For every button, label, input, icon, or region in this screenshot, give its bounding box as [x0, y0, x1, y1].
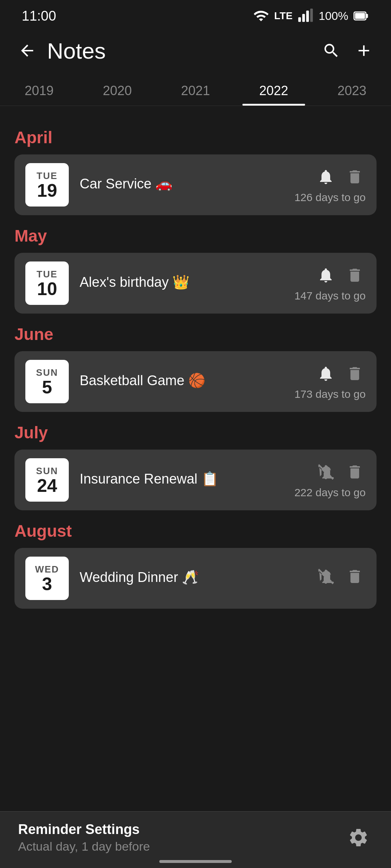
- app-bar-actions: [319, 38, 377, 63]
- reminder-settings-subtitle: Actual day, 1 day before: [18, 839, 344, 854]
- bell-button-wedding-dinner[interactable]: [315, 566, 337, 587]
- year-tab-2019[interactable]: 2019: [0, 72, 78, 106]
- search-button[interactable]: [319, 38, 344, 63]
- bell-button-car-service[interactable]: [315, 166, 337, 188]
- day-num-car-service: 19: [37, 182, 57, 200]
- day-name-insurance-renewal: SUN: [36, 465, 58, 477]
- trash-icon: [346, 168, 363, 186]
- notes-content: AprilTUE19Car Service 🚗 126 days to goMa…: [0, 106, 391, 688]
- note-action-icons-insurance-renewal: [315, 461, 366, 483]
- bottom-bar: Reminder Settings Actual day, 1 day befo…: [0, 811, 391, 868]
- month-header-may: May: [14, 226, 377, 246]
- note-title-insurance-renewal: Insurance Renewal 📋: [80, 471, 294, 487]
- reminder-settings-text: Reminder Settings Actual day, 1 day befo…: [18, 822, 344, 854]
- battery-icon: [353, 8, 369, 24]
- trash-icon: [346, 267, 363, 284]
- lte-icon: LTE: [274, 10, 293, 22]
- note-actions-wedding-dinner: [315, 566, 366, 591]
- month-header-june: June: [14, 324, 377, 344]
- svg-rect-5: [355, 13, 365, 19]
- settings-gear-button[interactable]: [344, 823, 373, 852]
- svg-rect-1: [302, 14, 305, 22]
- note-info-basketball-game: Basketball Game 🏀: [80, 373, 294, 391]
- day-num-alexs-birthday: 10: [37, 280, 57, 298]
- date-box-car-service: TUE19: [25, 163, 69, 207]
- note-action-icons-wedding-dinner: [315, 566, 366, 587]
- note-card-wedding-dinner[interactable]: WED3Wedding Dinner 🥂: [14, 548, 377, 609]
- delete-button-wedding-dinner[interactable]: [344, 566, 366, 587]
- delete-button-basketball-game[interactable]: [344, 363, 366, 384]
- status-bar: 11:00 LTE 100%: [0, 0, 391, 29]
- note-title-car-service: Car Service 🚗: [80, 176, 294, 192]
- note-title-alexs-birthday: Alex's birthday 👑: [80, 274, 294, 290]
- note-info-car-service: Car Service 🚗: [80, 176, 294, 194]
- year-tab-2022[interactable]: 2022: [235, 72, 313, 106]
- wifi-icon: [253, 8, 269, 24]
- note-actions-alexs-birthday: 147 days to go: [294, 264, 366, 302]
- days-to-go-alexs-birthday: 147 days to go: [294, 290, 366, 302]
- note-info-insurance-renewal: Insurance Renewal 📋: [80, 471, 294, 489]
- bell-active-icon: [317, 365, 335, 382]
- month-header-april: April: [14, 128, 377, 147]
- days-to-go-basketball-game: 173 days to go: [294, 388, 366, 400]
- day-name-car-service: TUE: [37, 170, 58, 182]
- month-header-july: July: [14, 423, 377, 442]
- year-tab-2023[interactable]: 2023: [313, 72, 391, 106]
- day-name-basketball-game: SUN: [36, 367, 58, 378]
- status-icons: LTE 100%: [253, 8, 369, 24]
- note-title-basketball-game: Basketball Game 🏀: [80, 373, 294, 388]
- bell-button-alexs-birthday[interactable]: [315, 264, 337, 286]
- note-card-insurance-renewal[interactable]: SUN24Insurance Renewal 📋 222 days to go: [14, 450, 377, 510]
- add-button[interactable]: [351, 38, 377, 63]
- year-tab-2021[interactable]: 2021: [156, 72, 235, 106]
- note-actions-car-service: 126 days to go: [294, 166, 366, 204]
- note-action-icons-alexs-birthday: [315, 264, 366, 286]
- delete-button-alexs-birthday[interactable]: [344, 264, 366, 286]
- page-title: Notes: [47, 38, 319, 64]
- day-num-wedding-dinner: 3: [42, 575, 52, 593]
- note-info-wedding-dinner: Wedding Dinner 🥂: [80, 569, 315, 587]
- note-title-wedding-dinner: Wedding Dinner 🥂: [80, 569, 315, 585]
- bell-button-basketball-game[interactable]: [315, 363, 337, 384]
- note-card-alexs-birthday[interactable]: TUE10Alex's birthday 👑 147 days to go: [14, 253, 377, 314]
- app-bar: Notes: [0, 29, 391, 72]
- trash-icon: [346, 568, 363, 585]
- reminder-settings-title: Reminder Settings: [18, 822, 344, 837]
- day-num-insurance-renewal: 24: [37, 477, 57, 495]
- svg-rect-6: [366, 14, 368, 18]
- status-time: 11:00: [22, 8, 56, 24]
- days-to-go-insurance-renewal: 222 days to go: [294, 486, 366, 499]
- date-box-basketball-game: SUN5: [25, 360, 69, 403]
- note-card-car-service[interactable]: TUE19Car Service 🚗 126 days to go: [14, 154, 377, 215]
- month-header-august: August: [14, 521, 377, 541]
- day-name-alexs-birthday: TUE: [37, 269, 58, 280]
- note-action-icons-car-service: [315, 166, 366, 188]
- battery-text: 100%: [319, 9, 348, 23]
- day-name-wedding-dinner: WED: [35, 564, 59, 575]
- delete-button-insurance-renewal[interactable]: [344, 461, 366, 483]
- bell-muted-icon: [317, 463, 335, 481]
- note-card-basketball-game[interactable]: SUN5Basketball Game 🏀 173 days to go: [14, 351, 377, 412]
- days-to-go-car-service: 126 days to go: [294, 191, 366, 204]
- date-box-alexs-birthday: TUE10: [25, 261, 69, 305]
- bell-active-icon: [317, 168, 335, 186]
- year-tab-2020[interactable]: 2020: [78, 72, 156, 106]
- delete-button-car-service[interactable]: [344, 166, 366, 188]
- year-tabs: 20192020202120222023: [0, 72, 391, 106]
- svg-rect-3: [310, 9, 313, 22]
- note-info-alexs-birthday: Alex's birthday 👑: [80, 274, 294, 292]
- bell-muted-icon: [317, 568, 335, 585]
- trash-icon: [346, 365, 363, 382]
- bell-button-insurance-renewal[interactable]: [315, 461, 337, 483]
- home-indicator: [159, 860, 232, 863]
- day-num-basketball-game: 5: [42, 378, 52, 396]
- svg-rect-2: [306, 10, 309, 22]
- signal-icon: [298, 8, 314, 24]
- bell-active-icon: [317, 267, 335, 284]
- back-button[interactable]: [14, 38, 40, 63]
- svg-rect-0: [298, 17, 301, 22]
- trash-icon: [346, 463, 363, 481]
- note-actions-basketball-game: 173 days to go: [294, 363, 366, 400]
- note-action-icons-basketball-game: [315, 363, 366, 384]
- date-box-wedding-dinner: WED3: [25, 557, 69, 600]
